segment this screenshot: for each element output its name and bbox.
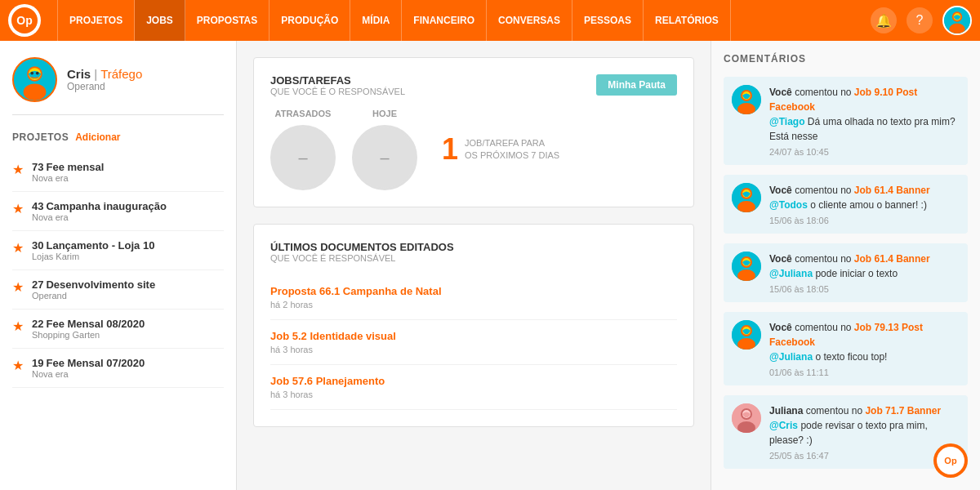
user-name: Cris | Tráfego [67,67,142,81]
comments-panel: COMENTÁRIOS Você comentou no Job 9.10 Po… [710,41,980,490]
today-stat: HOJE – [352,109,417,190]
project-item[interactable]: ★ 73Fee mensal Nova era [12,153,224,192]
nav-right: 🔔 ? [871,6,972,35]
nav-item-propostas[interactable]: PROPOSTAS [185,0,270,41]
top-nav: Op PROJETOSJOBSPROPOSTASPRODUÇÃOMÍDIAFIN… [0,0,980,41]
comment-body: Você comentou no Job 61.4 Banner @Julian… [769,252,930,294]
doc-time: há 3 horas [270,345,677,354]
late-label: ATRASADOS [270,109,336,118]
bottom-logo-inner: Op [937,447,964,474]
comment-avatar [732,252,761,281]
doc-link[interactable]: Job 5.2 Identidade visual [270,330,677,342]
comment-job-link[interactable]: Job 9.10 Post Facebook [769,87,917,113]
star-icon: ★ [12,279,24,295]
star-icon: ★ [12,318,24,334]
doc-link[interactable]: Proposta 66.1 Campanha de Natal [270,285,677,297]
project-item[interactable]: ★ 22Fee Mensal 08/2020 Shopping Garten [12,310,224,349]
project-item[interactable]: ★ 19Fee Mensal 07/2020 Nova era [12,349,224,388]
nav-items: PROJETOSJOBSPROPOSTASPRODUÇÃOMÍDIAFINANC… [57,0,871,41]
comment-item: Você comentou no Job 61.4 Banner @Todos … [724,175,968,234]
svg-point-2 [949,24,965,35]
logo-text: Op [16,14,32,27]
comment-item: Você comentou no Job 9.10 Post Facebook … [724,77,968,165]
comment-date: 24/07 às 10:45 [769,147,960,157]
bottom-logo: Op [933,443,968,478]
nav-item-pessoas[interactable]: PESSOAS [572,0,644,41]
star-icon: ★ [12,358,24,373]
main-layout: Cris | Tráfego Operand PROJETOS Adiciona… [0,41,980,490]
comment-date: 25/05 às 16:47 [769,451,960,461]
comments-title: COMENTÁRIOS [724,53,968,65]
stats-row: ATRASADOS – HOJE – 1 JOB/TAREFA PARA OS … [270,109,677,190]
doc-time: há 2 horas [270,300,677,310]
svg-point-8 [30,72,33,75]
comment-item: Você comentou no Job 61.4 Banner @Julian… [724,243,968,302]
nav-item-relatórios[interactable]: RELATÓRIOS [644,0,731,41]
comment-avatar [732,183,761,212]
comment-avatar [732,320,761,350]
left-sidebar: Cris | Tráfego Operand PROJETOS Adiciona… [0,41,237,490]
late-circle: – [270,125,336,190]
today-label: HOJE [352,109,417,118]
week-count: 1 [442,132,458,167]
doc-item: Proposta 66.1 Campanha de Natal há 2 hor… [270,275,677,320]
user-section: Cris | Tráfego Operand [12,57,224,115]
jobs-card-subtitle: QUE VOCÊ É O RESPONSÁVEL [270,87,405,96]
comment-avatar [732,85,761,114]
nav-item-financeiro[interactable]: FINANCEIRO [402,0,487,41]
user-avatar [12,57,57,102]
svg-point-9 [36,72,39,75]
nav-item-projetos[interactable]: PROJETOS [57,0,135,41]
comment-job-link[interactable]: Job 61.4 Banner [854,253,930,265]
nav-item-produção[interactable]: PRODUÇÃO [270,0,350,41]
comment-item: Você comentou no Job 79.13 Post Facebook… [724,312,968,385]
logo[interactable]: Op [8,4,41,37]
docs-card-title: ÚLTIMOS DOCUMENTOS EDITADOS [270,241,454,253]
comment-text: Você comentou no Job 61.4 Banner @Todos … [769,183,930,212]
comment-date: 01/06 às 11:11 [769,368,960,377]
minha-pauta-button[interactable]: Minha Pauta [596,74,677,96]
star-icon: ★ [12,162,24,177]
help-button[interactable]: ? [906,7,933,33]
comments-list: Você comentou no Job 9.10 Post Facebook … [724,77,968,469]
center-content: JOBS/TAREFAS QUE VOCÊ É O RESPONSÁVEL Mi… [237,41,710,490]
projects-title: PROJETOS [12,131,69,143]
logo-inner: Op [11,7,38,33]
user-avatar-nav[interactable] [942,6,972,35]
nav-item-mídia[interactable]: MÍDIA [350,0,402,41]
week-count-block: 1 JOB/TAREFA PARA OS PRÓXIMOS 7 DIAS [442,132,559,167]
add-project-link[interactable]: Adicionar [75,131,120,143]
star-icon: ★ [12,240,24,256]
project-item[interactable]: ★ 27Desenvolvimento site Operand [12,270,224,310]
comment-text: Você comentou no Job 79.13 Post Facebook… [769,320,960,364]
doc-time: há 3 horas [270,390,677,399]
nav-item-conversas[interactable]: CONVERSAS [487,0,572,41]
docs-card: ÚLTIMOS DOCUMENTOS EDITADOS QUE VOCÊ É R… [253,224,694,427]
project-item[interactable]: ★ 43Campanha inauguração Nova era [12,192,224,231]
comment-job-link[interactable]: Job 71.7 Banner [865,405,941,416]
comment-avatar [732,403,761,433]
comment-body: Você comentou no Job 9.10 Post Facebook … [769,85,960,157]
doc-link[interactable]: Job 57.6 Planejamento [270,375,677,387]
docs-card-header: ÚLTIMOS DOCUMENTOS EDITADOS QUE VOCÊ É R… [270,241,677,263]
docs-list: Proposta 66.1 Campanha de Natal há 2 hor… [270,275,677,410]
projects-list: ★ 73Fee mensal Nova era ★ 43Campanha ina… [12,153,224,388]
projects-section-header: PROJETOS Adicionar [12,131,224,143]
project-item[interactable]: ★ 30Lançamento - Loja 10 Lojas Karim [12,231,224,270]
comment-item: Juliana comentou no Job 71.7 Banner @Cri… [724,395,968,469]
jobs-card-header: JOBS/TAREFAS QUE VOCÊ É O RESPONSÁVEL Mi… [270,74,677,96]
week-count-desc: JOB/TAREFA PARA OS PRÓXIMOS 7 DIAS [465,137,559,163]
comment-job-link[interactable]: Job 79.13 Post Facebook [769,322,923,348]
comment-job-link[interactable]: Job 61.4 Banner [854,185,930,196]
star-icon: ★ [12,201,24,216]
docs-card-subtitle: QUE VOCÊ É RESPONSÁVEL [270,253,454,263]
nav-item-jobs[interactable]: JOBS [135,0,185,41]
comment-body: Você comentou no Job 61.4 Banner @Todos … [769,183,930,225]
doc-item: Job 57.6 Planejamento há 3 horas [270,365,677,410]
doc-item: Job 5.2 Identidade visual há 3 horas [270,320,677,365]
comment-body: Você comentou no Job 79.13 Post Facebook… [769,320,960,377]
comment-body: Juliana comentou no Job 71.7 Banner @Cri… [769,403,960,461]
comment-date: 15/06 às 18:05 [769,284,930,294]
comment-text: Você comentou no Job 61.4 Banner @Julian… [769,252,930,281]
notification-button[interactable]: 🔔 [871,7,897,33]
